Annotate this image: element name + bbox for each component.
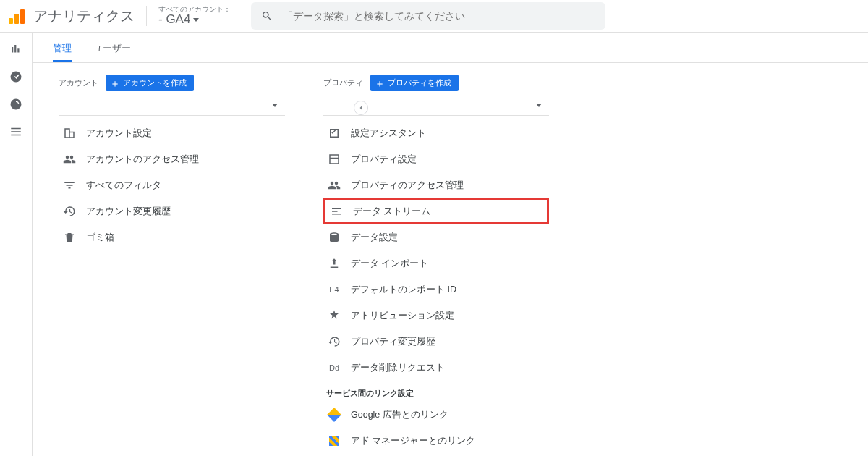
search-box[interactable] [251, 2, 605, 30]
property-history-item[interactable]: プロパティ変更履歴 [323, 329, 549, 355]
filter-icon [63, 179, 76, 192]
property-access-item[interactable]: プロパティのアクセス管理 [323, 172, 549, 198]
property-col-title: プロパティ [323, 77, 363, 88]
ad-manager-link-item[interactable]: アド マネージャーとのリンク [323, 428, 549, 454]
account-trash-item[interactable]: ゴミ箱 [59, 224, 285, 250]
vertical-divider [146, 6, 147, 26]
chevron-down-icon [193, 18, 199, 22]
left-nav-rail [0, 33, 33, 456]
reports-icon[interactable] [9, 43, 22, 56]
attribution-item[interactable]: アトリビューション設定 [323, 303, 549, 329]
upload-icon [328, 257, 341, 270]
app-title: アナリティクス [33, 7, 135, 26]
data-settings-item[interactable]: データ設定 [323, 224, 549, 250]
google-ads-link-item[interactable]: Google 広告とのリンク [323, 402, 549, 428]
data-streams-item[interactable]: データ ストリーム [323, 198, 549, 224]
admin-tabs: 管理 ユーザー [33, 33, 868, 63]
create-property-button[interactable]: ＋ プロパティを作成 [370, 75, 459, 91]
plus-icon: ＋ [110, 80, 120, 87]
tab-user[interactable]: ユーザー [93, 42, 131, 62]
search-icon [261, 10, 273, 22]
setup-assistant-item[interactable]: 設定アシスタント [323, 120, 549, 146]
account-col-title: アカウント [59, 77, 98, 88]
property-column: プロパティ ＋ プロパティを作成 設定アシスタント プロパティ設定 [297, 75, 561, 456]
service-links-section: サービス間のリンク設定 [326, 388, 549, 399]
trash-icon [63, 231, 76, 244]
people-icon [328, 179, 341, 192]
delete-request-icon: Dd [328, 361, 341, 374]
library-icon[interactable] [9, 125, 22, 138]
collapse-arrow-icon[interactable] [354, 101, 368, 115]
streams-icon [330, 205, 343, 218]
chevron-down-icon [272, 104, 278, 107]
default-report-id-item[interactable]: E4 デフォルトのレポート ID [323, 276, 549, 303]
google-ads-icon [328, 408, 341, 421]
ad-manager-icon [328, 434, 341, 447]
chevron-down-icon [536, 104, 542, 107]
layout-icon [328, 153, 341, 166]
attribution-icon [328, 309, 341, 322]
data-import-item[interactable]: データ インポート [323, 250, 549, 276]
database-icon [328, 231, 341, 244]
data-delete-request-item[interactable]: Dd データ削除リクエスト [323, 355, 549, 381]
account-column: アカウント ＋ アカウントを作成 アカウント設定 アカウントのアクセス管理 [33, 75, 297, 456]
plus-icon: ＋ [375, 80, 385, 87]
account-access-item[interactable]: アカウントのアクセス管理 [59, 146, 285, 172]
explore-icon[interactable] [9, 98, 22, 111]
report-id-icon: E4 [328, 283, 341, 296]
search-input[interactable] [283, 10, 595, 22]
create-account-button[interactable]: ＋ アカウントを作成 [106, 75, 194, 91]
account-settings-item[interactable]: アカウント設定 [59, 120, 285, 146]
account-dropdown[interactable] [59, 96, 285, 116]
account-filters-item[interactable]: すべてのフィルタ [59, 172, 285, 198]
property-settings-item[interactable]: プロパティ設定 [323, 146, 549, 172]
realtime-icon[interactable] [9, 70, 22, 83]
building-icon [63, 127, 76, 140]
people-icon [63, 153, 76, 166]
account-selector[interactable]: すべてのアカウント： - GA4 [158, 5, 231, 27]
checklist-icon [328, 127, 341, 140]
analytics-logo-icon [9, 8, 25, 24]
tab-admin[interactable]: 管理 [53, 42, 72, 62]
app-header: アナリティクス すべてのアカウント： - GA4 [0, 0, 868, 33]
account-history-item[interactable]: アカウント変更履歴 [59, 198, 285, 224]
account-value: - GA4 [158, 13, 190, 27]
history-icon [328, 335, 341, 348]
history-icon [63, 205, 76, 218]
